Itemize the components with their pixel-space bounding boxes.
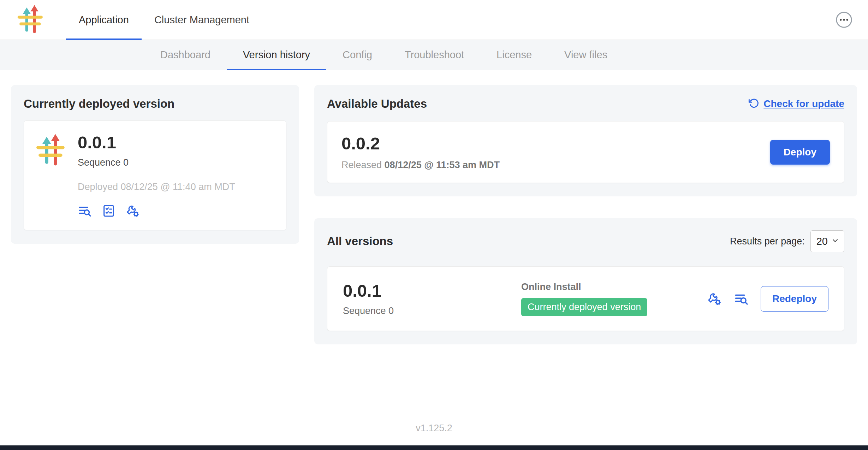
all-versions-title: All versions: [327, 235, 393, 248]
version-row: 0.0.1 Sequence 0 Online Install Currentl…: [327, 266, 844, 331]
more-options-icon[interactable]: [836, 11, 852, 28]
tab-application[interactable]: Application: [66, 0, 142, 40]
tab-cluster-management[interactable]: Cluster Management: [142, 0, 262, 40]
version-row-actions: Redeploy: [707, 286, 828, 312]
update-row: 0.0.2 Released 08/12/25 @ 11:53 am MDT D…: [327, 121, 844, 183]
subnav-item-view-files[interactable]: View files: [548, 40, 624, 70]
all-versions-card: All versions Results per page: 20 0.0.1 …: [314, 218, 857, 344]
currently-deployed-card: Currently deployed version: [11, 85, 299, 244]
app-subnav: Dashboard Version history Config Trouble…: [0, 40, 868, 70]
subnav-item-view-files-label: View files: [564, 49, 607, 61]
diff-logs-search-icon[interactable]: [78, 204, 92, 218]
main-content: Currently deployed version: [0, 70, 868, 344]
app-logo: [17, 0, 46, 40]
version-row-status: Online Install Currently deployed versio…: [521, 282, 647, 316]
subnav-item-config[interactable]: Config: [326, 40, 388, 70]
results-per-page-select[interactable]: 20: [810, 230, 844, 252]
available-updates-card: Available Updates Check for update 0.0.2: [314, 85, 857, 196]
header-tabs: Application Cluster Management: [66, 0, 262, 40]
available-updates-title: Available Updates: [327, 97, 427, 111]
currently-deployed-badge: Currently deployed version: [521, 298, 647, 316]
console-version: v1.125.2: [0, 423, 868, 434]
version-row-sequence: Sequence 0: [343, 306, 521, 316]
update-version-number: 0.0.2: [341, 134, 500, 153]
app-version-icon: [35, 134, 68, 218]
version-row-info: 0.0.1 Sequence 0: [343, 281, 521, 316]
update-released-line: Released 08/12/25 @ 11:53 am MDT: [341, 160, 500, 171]
subnav-item-version-history[interactable]: Version history: [227, 40, 326, 70]
version-row-number: 0.0.1: [343, 281, 521, 301]
subnav-item-troubleshoot[interactable]: Troubleshoot: [388, 40, 480, 70]
subnav-item-license-label: License: [497, 49, 532, 61]
tab-application-label: Application: [79, 14, 129, 26]
right-column: Available Updates Check for update 0.0.2: [314, 85, 857, 344]
chevron-down-icon: [831, 236, 840, 247]
released-prefix: Released: [341, 160, 382, 170]
left-column: Currently deployed version: [11, 85, 299, 244]
deploy-button[interactable]: Deploy: [770, 140, 830, 165]
install-type-label: Online Install: [521, 282, 581, 292]
currently-deployed-title: Currently deployed version: [24, 97, 286, 111]
all-versions-header: All versions Results per page: 20: [327, 230, 844, 252]
subnav-item-license[interactable]: License: [480, 40, 548, 70]
available-updates-header: Available Updates Check for update: [327, 97, 844, 111]
top-header: Application Cluster Management: [0, 0, 868, 40]
deployed-timestamp: Deployed 08/12/25 @ 11:40 am MDT: [78, 182, 235, 193]
update-details: 0.0.2 Released 08/12/25 @ 11:53 am MDT: [341, 134, 500, 171]
check-for-update-link[interactable]: Check for update: [748, 97, 844, 110]
results-per-page-group: Results per page: 20: [730, 230, 844, 252]
header-right: [836, 0, 852, 40]
deployed-sequence: Sequence 0: [78, 157, 235, 168]
deployed-version-panel: 0.0.1 Sequence 0 Deployed 08/12/25 @ 11:…: [24, 120, 286, 230]
check-for-update-label: Check for update: [763, 98, 844, 109]
wrench-gear-icon[interactable]: [707, 291, 722, 306]
subnav-item-troubleshoot-label: Troubleshoot: [405, 49, 464, 61]
deployed-version-number: 0.0.1: [78, 134, 235, 152]
wrench-gear-icon[interactable]: [126, 204, 140, 218]
app-logo-icon: [17, 5, 46, 35]
refresh-icon: [748, 97, 759, 110]
checklist-icon[interactable]: [102, 204, 116, 218]
results-per-page-value: 20: [816, 236, 828, 247]
subnav-item-dashboard-label: Dashboard: [160, 49, 210, 61]
bottom-bar: [0, 445, 868, 450]
tab-cluster-management-label: Cluster Management: [154, 14, 249, 26]
released-timestamp: 08/12/25 @ 11:53 am MDT: [385, 160, 500, 170]
subnav-item-version-history-label: Version history: [243, 49, 310, 61]
redeploy-button[interactable]: Redeploy: [761, 286, 828, 312]
deployed-action-icons: [78, 204, 235, 218]
subnav-item-dashboard[interactable]: Dashboard: [144, 40, 227, 70]
subnav-item-config-label: Config: [343, 49, 372, 61]
diff-logs-search-icon[interactable]: [734, 291, 749, 306]
deployed-version-details: 0.0.1 Sequence 0 Deployed 08/12/25 @ 11:…: [78, 134, 235, 218]
results-per-page-label: Results per page:: [730, 236, 805, 247]
